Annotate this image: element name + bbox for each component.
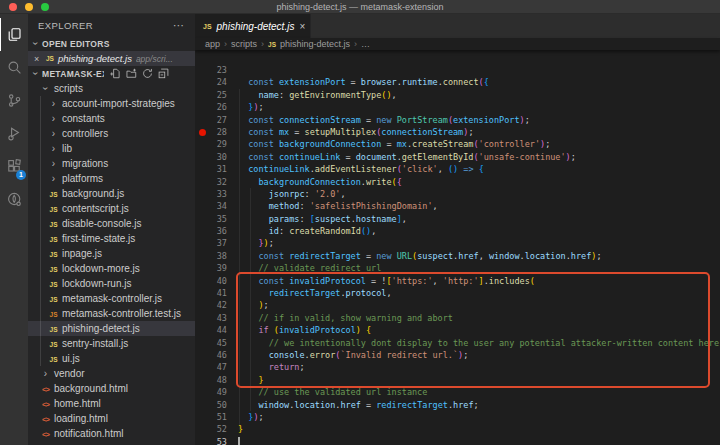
breadcrumb-item[interactable]: app [205,39,220,49]
tree-item-background-html[interactable]: <>background.html [28,381,195,396]
code-line-34[interactable]: 34 method: 'safelistPhishingDomain', [195,200,720,212]
code-line-29[interactable]: 29 const backgroundConnection = mx.creat… [195,138,720,150]
tree-item-metamask-controller-test-js[interactable]: JSmetamask-controller.test.js [28,306,195,321]
code-line-48[interactable]: 48 } [195,374,720,386]
code-line-52[interactable]: 52} [195,423,720,435]
code-line-27[interactable]: 27 const connectionStream = new PortStre… [195,114,720,126]
tree-item-platforms[interactable]: ›platforms [28,171,195,186]
code-line-39[interactable]: 39 // validate redirect url [195,262,720,274]
line-number[interactable]: 23 [195,64,227,76]
close-icon[interactable]: × [34,54,42,64]
line-number[interactable]: 51 [195,411,227,423]
line-number[interactable]: 29 [195,138,227,150]
tree-item-sentry-install-js[interactable]: JSsentry-install.js [28,336,195,351]
code-line-50[interactable]: 50 window.location.href = redirectTarget… [195,399,720,411]
line-number[interactable]: 44 [195,324,227,336]
code-line-23[interactable]: 23 [195,64,720,76]
activity-explorer[interactable] [0,18,28,51]
activity-search[interactable] [0,51,28,84]
line-number[interactable]: 27 [195,114,227,126]
tree-item-contentscript-js[interactable]: JScontentscript.js [28,201,195,216]
zoom-window-button[interactable] [41,3,49,11]
tree-item-notification-html[interactable]: <>notification.html [28,426,195,441]
code-line-26[interactable]: 26 }); [195,101,720,113]
code-line-33[interactable]: 33 jsonrpc: '2.0', [195,188,720,200]
tree-item-loading-html[interactable]: <>loading.html [28,411,195,426]
breakpoint-icon[interactable] [199,129,206,136]
code-line-49[interactable]: 49 // use the validated url instance [195,386,720,398]
line-number[interactable]: 24 [195,76,227,88]
minimize-window-button[interactable] [25,3,33,11]
code-line-44[interactable]: 44 if (invalidProtocol) { [195,324,720,336]
open-editor-item[interactable]: × JS phishing-detect.js app/scri... [28,51,195,66]
line-number[interactable]: 49 [195,386,227,398]
code-line-45[interactable]: 45 // we intentionally dont display to t… [195,337,720,349]
code-line-47[interactable]: 47 return; [195,361,720,373]
project-section[interactable]: › METAMASK-EXTENS... [28,66,195,81]
activity-run-debug[interactable] [0,117,28,150]
line-number[interactable]: 45 [195,337,227,349]
code-line-28[interactable]: 28 const mx = setupMultiplex(connectionS… [195,126,720,138]
code-line-40[interactable]: 40 const invalidProtocol = !['https:', '… [195,275,720,287]
line-number[interactable]: 25 [195,89,227,101]
tree-item-metamask-controller-js[interactable]: JSmetamask-controller.js [28,291,195,306]
code-line-51[interactable]: 51 }); [195,411,720,423]
tree-item-background-js[interactable]: JSbackground.js [28,186,195,201]
code-area[interactable]: 2324 const extensionPort = browser.runti… [195,64,720,445]
code-line-43[interactable]: 43 // if in valid, show warning and abor… [195,312,720,324]
tree-item-phishing-detect-js[interactable]: JSphishing-detect.js [28,321,195,336]
tree-item-constants[interactable]: ›constants [28,111,195,126]
tree-item-ui-js[interactable]: JSui.js [28,351,195,366]
code-line-41[interactable]: 41 redirectTarget.protocol, [195,287,720,299]
code-line-46[interactable]: 46 console.error(`Invalid redirect url.`… [195,349,720,361]
line-number[interactable]: 35 [195,213,227,225]
line-number[interactable]: 46 [195,349,227,361]
code-line-37[interactable]: 37 }); [195,237,720,249]
line-number[interactable]: 50 [195,399,227,411]
code-line-53[interactable]: 53 [195,436,720,445]
tree-item-home-html[interactable]: <>home.html [28,396,195,411]
tree-item-lib[interactable]: ›lib [28,141,195,156]
line-number[interactable]: 26 [195,101,227,113]
code-line-42[interactable]: 42 ); [195,299,720,311]
line-number[interactable]: 48 [195,374,227,386]
line-number[interactable]: 38 [195,250,227,262]
code-line-24[interactable]: 24 const extensionPort = browser.runtime… [195,76,720,88]
code-line-35[interactable]: 35 params: [suspect.hostname], [195,213,720,225]
tree-item-first-time-state-js[interactable]: JSfirst-time-state.js [28,231,195,246]
tree-item-lockdown-more-js[interactable]: JSlockdown-more.js [28,261,195,276]
code-line-36[interactable]: 36 id: createRandomId(), [195,225,720,237]
activity-extension-app[interactable] [0,183,28,216]
activity-source-control[interactable] [0,84,28,117]
line-number[interactable]: 31 [195,163,227,175]
tree-item-migrations[interactable]: ›migrations [28,156,195,171]
breadcrumb-item[interactable]: … [361,39,370,49]
collapse-all-icon[interactable] [158,68,169,79]
new-file-icon[interactable] [110,68,121,79]
line-number[interactable]: 30 [195,151,227,163]
tree-item-vendor[interactable]: ›vendor [28,366,195,381]
line-number[interactable]: 32 [195,176,227,188]
breadcrumb-item[interactable]: scripts [231,39,257,49]
tree-item-controllers[interactable]: ›controllers [28,126,195,141]
tree-item-lockdown-run-js[interactable]: JSlockdown-run.js [28,276,195,291]
more-actions-icon[interactable]: ⋯ [173,19,185,32]
line-number[interactable]: 47 [195,361,227,373]
refresh-icon[interactable] [142,68,153,79]
line-number[interactable]: 39 [195,262,227,274]
activity-extensions[interactable]: 1 [0,150,28,183]
code-line-32[interactable]: 32 backgroundConnection.write({ [195,176,720,188]
breadcrumb-item[interactable]: phishing-detect.js [280,39,350,49]
code-line-38[interactable]: 38 const redirectTarget = new URL(suspec… [195,250,720,262]
tree-item-disable-console-js[interactable]: JSdisable-console.js [28,216,195,231]
open-editors-section[interactable]: › OPEN EDITORS [28,36,195,51]
line-number[interactable]: 37 [195,237,227,249]
line-number[interactable]: 52 [195,423,227,435]
line-number[interactable]: 41 [195,287,227,299]
code-line-30[interactable]: 30 const continueLink = document.getElem… [195,151,720,163]
tree-item-scripts[interactable]: ›scripts [28,81,195,96]
line-number[interactable]: 40 [195,275,227,287]
close-icon[interactable]: × [299,21,305,32]
tree-item-inpage-js[interactable]: JSinpage.js [28,246,195,261]
line-number[interactable]: 42 [195,299,227,311]
